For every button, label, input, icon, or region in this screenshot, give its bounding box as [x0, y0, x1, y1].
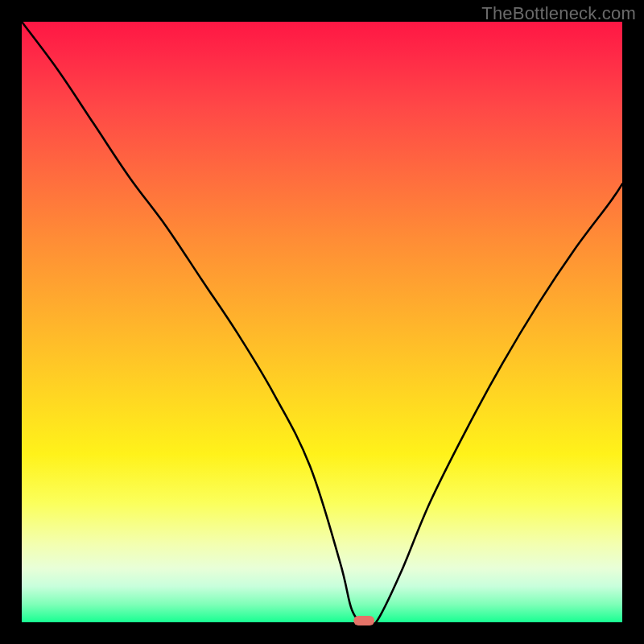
chart-frame: TheBottleneck.com: [0, 0, 644, 644]
watermark-text: TheBottleneck.com: [481, 3, 636, 24]
optimum-marker: [353, 616, 374, 625]
plot-area: [22, 22, 622, 622]
curve-layer: [22, 22, 622, 622]
bottleneck-curve: [22, 22, 622, 626]
